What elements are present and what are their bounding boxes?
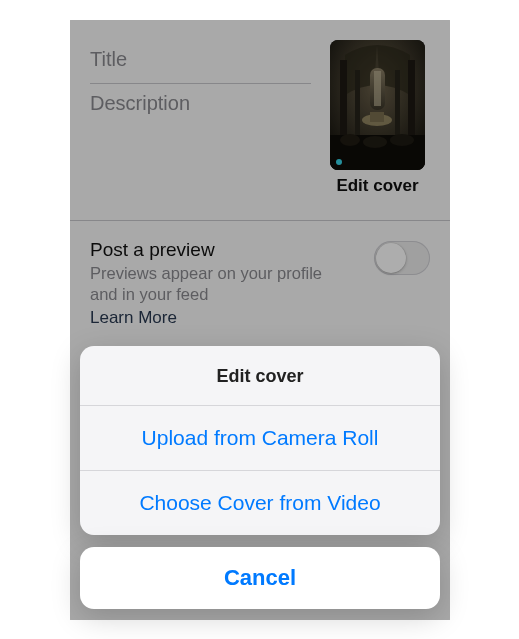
cancel-button[interactable]: Cancel	[80, 547, 440, 609]
action-sheet-panel: Edit cover Upload from Camera Roll Choos…	[80, 346, 440, 535]
action-sheet-title: Edit cover	[80, 346, 440, 406]
upload-from-camera-roll-button[interactable]: Upload from Camera Roll	[80, 406, 440, 471]
action-sheet: Edit cover Upload from Camera Roll Choos…	[80, 346, 440, 609]
choose-cover-from-video-button[interactable]: Choose Cover from Video	[80, 471, 440, 535]
